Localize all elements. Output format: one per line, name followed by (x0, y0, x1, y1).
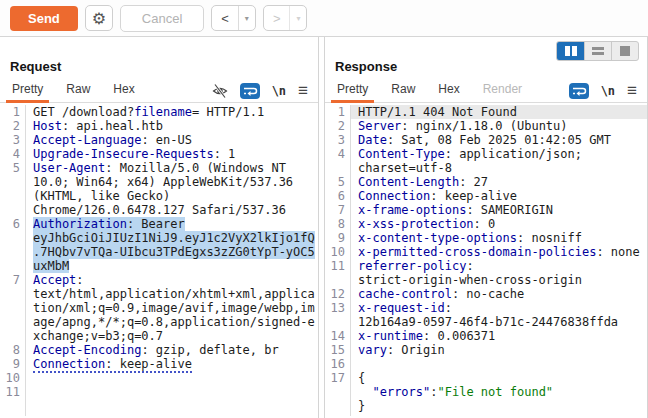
line-number: 11 (325, 259, 345, 273)
columns-view-icon[interactable] (557, 42, 584, 60)
code-row: .7HQbv7vTQa-UIbcu3TPdEgxs3zZG0tYpT-yOC5 (26, 245, 318, 259)
chevron-down-icon[interactable]: ▾ (239, 6, 255, 30)
response-tab-render[interactable]: Render (481, 79, 524, 102)
line-number: 4 (0, 147, 20, 161)
line-number (0, 189, 20, 203)
code-row: GET /download?filename= HTTP/1.1 (26, 105, 318, 119)
code-row: "errors":"File not found" (351, 385, 647, 399)
code-row: referrer-policy: (351, 259, 647, 273)
code-row: { (351, 371, 647, 385)
back-arrow-icon: < (212, 6, 239, 30)
send-button[interactable]: Send (10, 6, 78, 31)
line-number: 2 (325, 119, 345, 133)
line-number: 15 (325, 343, 345, 357)
repeater-toolbar: Send ⚙ Cancel < ▾ > ▾ (0, 0, 648, 37)
newline-escape-icon[interactable]: \n (601, 84, 615, 98)
response-title: Response (335, 59, 647, 74)
code-row: eyJhbGciOiJIUzI1NiJ9.eyJ1c2VyX2lkIjo1fQ (26, 231, 318, 245)
code-row: vary: Origin (351, 343, 647, 357)
line-number: 13 (325, 301, 345, 315)
code-row: x-runtime: 0.006371 (351, 329, 647, 343)
line-number: 2 (0, 119, 20, 133)
code-row: tion/xml;q=0.9,image/avif,image/webp,im (26, 301, 318, 315)
code-row: Accept-Language: en-US (26, 133, 318, 147)
line-number (325, 399, 345, 413)
request-line-numbers: 1234567891011 (0, 105, 26, 416)
line-number (0, 259, 20, 273)
code-row: charset=utf-8 (351, 161, 647, 175)
request-tab-hex[interactable]: Hex (111, 79, 136, 102)
response-tab-pretty[interactable]: Pretty (335, 79, 370, 102)
code-row: xchange;v=b3;q=0.7 (26, 329, 318, 343)
response-tab-raw[interactable]: Raw (389, 79, 417, 102)
code-row: (KHTML, like Gecko) (26, 189, 318, 203)
code-row: Content-Type: application/json; (351, 147, 647, 161)
code-row: Accept: (26, 273, 318, 287)
request-code: GET /download?filename= HTTP/1.1Host: ap… (26, 105, 318, 416)
menu-icon[interactable]: ≡ (627, 82, 637, 99)
menu-icon[interactable]: ≡ (298, 82, 308, 99)
response-editor-icons: \n ≡ (569, 82, 647, 99)
line-number: 17 (325, 371, 345, 385)
code-row: Content-Length: 27 (351, 175, 647, 189)
request-title: Request (10, 59, 318, 74)
code-row: Connection: keep-alive (26, 357, 318, 371)
forward-button[interactable]: > ▾ (263, 5, 308, 31)
code-row: strict-origin-when-cross-origin (351, 273, 647, 287)
soft-wrap-icon[interactable] (240, 83, 260, 99)
request-editor[interactable]: 1234567891011 GET /download?filename= HT… (0, 103, 318, 416)
back-button[interactable]: < ▾ (211, 5, 256, 31)
response-panel: Response PrettyRawHexRender \n ≡ 1234567… (324, 37, 648, 418)
line-number: 6 (325, 189, 345, 203)
newline-escape-icon[interactable]: \n (272, 84, 286, 98)
line-number: 16 (325, 357, 345, 371)
code-row: x-request-id: (351, 301, 647, 315)
view-layout-toggles (556, 41, 639, 61)
line-number: 7 (0, 273, 20, 287)
line-number (325, 385, 345, 399)
code-row: User-Agent: Mozilla/5.0 (Windows NT (26, 161, 318, 175)
rows-view-icon[interactable] (584, 42, 611, 60)
cancel-button[interactable]: Cancel (120, 5, 204, 32)
code-row (26, 385, 318, 399)
code-row: Authorization: Bearer (26, 217, 318, 231)
code-row: 12b164a9-0597-46f4-b71c-24476838ffda (351, 315, 647, 329)
code-row: Host: api.heal.htb (26, 119, 318, 133)
line-number (0, 329, 20, 343)
code-row: x-permitted-cross-domain-policies: none (351, 245, 647, 259)
request-tab-raw[interactable]: Raw (64, 79, 92, 102)
code-row: Server: nginx/1.18.0 (Ubuntu) (351, 119, 647, 133)
line-number: 1 (325, 105, 345, 119)
code-row: Date: Sat, 08 Feb 2025 01:42:05 GMT (351, 133, 647, 147)
response-line-numbers: 1234567891011121314151617 (325, 105, 351, 416)
response-editor[interactable]: 1234567891011121314151617 HTTP/1.1 404 N… (325, 103, 647, 416)
line-number: 10 (0, 371, 20, 385)
soft-wrap-icon[interactable] (569, 83, 589, 99)
line-number: 10 (325, 245, 345, 259)
code-row: age/apng,*/*;q=0.8,application/signed-e (26, 315, 318, 329)
code-row: 10.0; Win64; x64) AppleWebKit/537.36 (26, 175, 318, 189)
forward-arrow-icon: > (264, 6, 291, 30)
line-number (325, 273, 345, 287)
line-number (0, 231, 20, 245)
line-number: 9 (325, 231, 345, 245)
request-tab-pretty[interactable]: Pretty (10, 79, 45, 102)
message-editor-split: Request PrettyRawHex (0, 37, 648, 418)
line-number (325, 161, 345, 175)
line-number: 4 (325, 147, 345, 161)
line-number: 3 (0, 133, 20, 147)
single-view-icon[interactable] (611, 42, 638, 60)
response-code: HTTP/1.1 404 Not FoundServer: nginx/1.18… (351, 105, 647, 416)
send-settings-button[interactable]: ⚙ (85, 5, 113, 31)
code-row: } (351, 399, 647, 413)
eye-slash-icon[interactable] (212, 84, 228, 98)
line-number: 3 (325, 133, 345, 147)
code-row: Accept-Encoding: gzip, deflate, br (26, 343, 318, 357)
line-number: 8 (0, 343, 20, 357)
code-row (26, 371, 318, 385)
line-number (0, 301, 20, 315)
response-tab-hex[interactable]: Hex (436, 79, 461, 102)
line-number: 8 (325, 217, 345, 231)
line-number (0, 175, 20, 189)
code-row: cache-control: no-cache (351, 287, 647, 301)
